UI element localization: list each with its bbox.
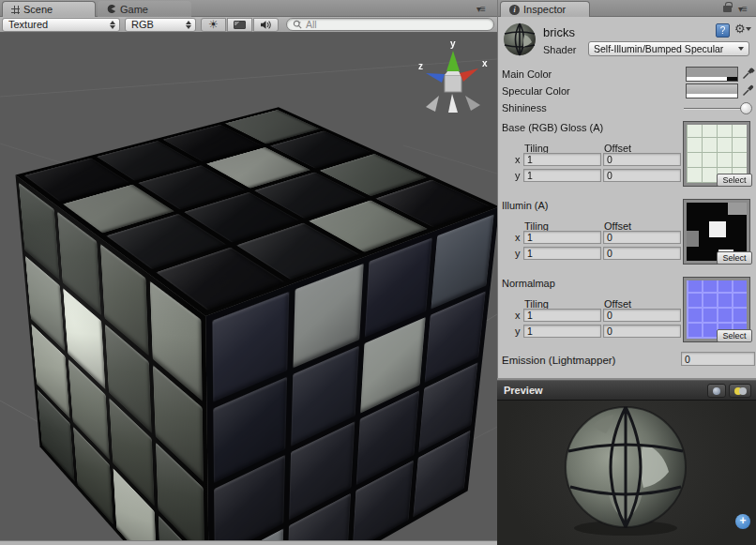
- tab-game-label: Game: [120, 4, 148, 15]
- gizmo-axis-z[interactable]: [426, 73, 445, 83]
- shader-label: Shader: [543, 44, 576, 55]
- chevron-down-icon: [738, 47, 744, 51]
- image-icon: [234, 21, 246, 29]
- gizmo-axis-y[interactable]: [446, 51, 460, 71]
- tab-game[interactable]: Game: [98, 1, 191, 17]
- gizmo-cone-gray: [448, 94, 458, 113]
- tiling-x-field[interactable]: 1: [523, 231, 601, 244]
- emission-label: Emission (Lightmapper): [502, 355, 615, 366]
- shader-value: Self-Illumin/Bumped Specular: [594, 43, 723, 54]
- scene-tabbar: Scene Game ▾≡: [0, 0, 497, 17]
- slot-label: Illumin (A): [502, 200, 549, 211]
- gizmo-label-z: z: [418, 61, 423, 71]
- eyedropper-icon[interactable]: [742, 67, 755, 80]
- render-mode-dropdown[interactable]: Textured: [2, 18, 120, 32]
- tiling-x-field[interactable]: 1: [523, 309, 601, 322]
- main-color-swatch[interactable]: [686, 67, 738, 82]
- tab-scene-label: Scene: [23, 4, 53, 15]
- y-axis-label: y: [515, 325, 521, 337]
- scene-viewport[interactable]: y x z: [0, 33, 497, 540]
- scene-toolbar: Textured RGB ☀: [0, 17, 497, 33]
- preview-lighting-button[interactable]: [729, 384, 751, 398]
- preview-title: Preview: [504, 385, 543, 396]
- inspector-tabbar: i Inspector ▾≡: [498, 0, 756, 17]
- preview-material-sphere: [555, 401, 696, 537]
- y-axis-label: y: [515, 170, 521, 181]
- scene-search-input[interactable]: All: [286, 18, 494, 31]
- offset-x-field[interactable]: 0: [603, 153, 681, 166]
- offset-x-field[interactable]: 0: [603, 231, 681, 244]
- tiling-x-field[interactable]: 1: [523, 153, 601, 166]
- textured-cube-object[interactable]: [98, 150, 399, 450]
- tiling-y-field[interactable]: 1: [523, 325, 601, 338]
- gizmo-center-cube[interactable]: [445, 75, 461, 92]
- select-button[interactable]: Select: [717, 174, 752, 187]
- lock-icon[interactable]: [723, 6, 732, 12]
- tab-inspector-label: Inspector: [523, 4, 566, 15]
- updown-arrows-icon: [110, 21, 115, 29]
- shininess-slider-handle[interactable]: [740, 102, 752, 114]
- x-axis-label: x: [515, 154, 521, 165]
- scene-panel: Scene Game ▾≡ Textured RGB ☀: [0, 0, 497, 545]
- speaker-icon: [260, 20, 272, 30]
- select-button[interactable]: Select: [717, 251, 752, 265]
- render-paths-button[interactable]: [227, 18, 252, 32]
- sun-icon: ☀: [208, 19, 219, 30]
- material-header: bricks Shader Self-Illumin/Bumped Specul…: [498, 17, 756, 60]
- eyedropper-icon[interactable]: [742, 83, 755, 97]
- orientation-gizmo[interactable]: y x z: [411, 38, 497, 118]
- tab-inspector[interactable]: i Inspector: [500, 1, 590, 17]
- inspector-pane-menu-icon[interactable]: ▾≡: [738, 4, 747, 14]
- y-axis-label: y: [515, 248, 521, 259]
- gizmo-cone-gray: [426, 96, 439, 112]
- render-mode-value: Textured: [8, 19, 48, 30]
- gizmo-axis-x[interactable]: [460, 68, 478, 82]
- gizmo-label-x: x: [482, 58, 488, 68]
- color-channel-dropdown[interactable]: RGB: [125, 18, 196, 32]
- unity-editor-window: Scene Game ▾≡ Textured RGB ☀: [0, 0, 756, 545]
- offset-y-field[interactable]: 0: [603, 325, 681, 338]
- tiling-y-field[interactable]: 1: [523, 247, 601, 260]
- lighting-toggle-button[interactable]: ☀: [201, 18, 226, 32]
- material-sphere-icon: [502, 22, 537, 57]
- shader-dropdown[interactable]: Self-Illumin/Bumped Specular: [588, 41, 749, 56]
- gizmo-label-y: y: [450, 38, 456, 49]
- preview-viewport[interactable]: +: [497, 401, 756, 545]
- texture-slot-illumin: Illumin (A) Tiling Offset x 1 0 y 1 0 Se…: [498, 200, 756, 265]
- cube-3d: [98, 151, 377, 531]
- x-axis-label: x: [515, 310, 521, 321]
- gray-light-icon: [739, 387, 747, 395]
- info-icon: i: [509, 5, 520, 15]
- sphere-icon: [713, 387, 720, 395]
- offset-y-field[interactable]: 0: [603, 247, 681, 260]
- search-icon: [293, 20, 303, 30]
- material-name: bricks: [543, 25, 575, 39]
- audio-toggle-button[interactable]: [253, 18, 279, 32]
- emission-field[interactable]: 0: [681, 352, 755, 366]
- specular-color-label: Specular Color: [502, 85, 570, 97]
- main-color-label: Main Color: [502, 68, 552, 80]
- gear-icon[interactable]: ⚙: [734, 23, 751, 35]
- tab-scene[interactable]: Scene: [2, 1, 96, 17]
- slot-label: Base (RGB) Gloss (A): [502, 122, 603, 133]
- offset-x-field[interactable]: 0: [603, 309, 681, 322]
- scene-pane-menu-icon[interactable]: ▾≡: [476, 4, 485, 14]
- help-icon[interactable]: ?: [716, 23, 730, 38]
- grid-icon: [11, 6, 20, 14]
- x-axis-label: x: [515, 232, 521, 243]
- preview-header[interactable]: Preview: [497, 380, 756, 401]
- shininess-label: Shininess: [502, 102, 547, 114]
- specular-color-swatch[interactable]: [686, 83, 738, 98]
- preview-add-icon[interactable]: +: [735, 514, 750, 529]
- select-button[interactable]: Select: [717, 329, 752, 342]
- game-icon: [106, 4, 116, 14]
- color-channel-value: RGB: [131, 19, 154, 30]
- updown-arrows-icon: [186, 21, 191, 29]
- slot-label: Normalmap: [502, 278, 555, 289]
- tiling-y-field[interactable]: 1: [523, 169, 601, 182]
- window-bottom-edge: [0, 540, 497, 545]
- search-value: All: [306, 19, 317, 30]
- offset-y-field[interactable]: 0: [603, 169, 681, 182]
- preview-mesh-button[interactable]: [707, 384, 726, 398]
- texture-slot-normalmap: Normalmap Tiling Offset x 1 0 y 1 0 Sele…: [498, 278, 756, 343]
